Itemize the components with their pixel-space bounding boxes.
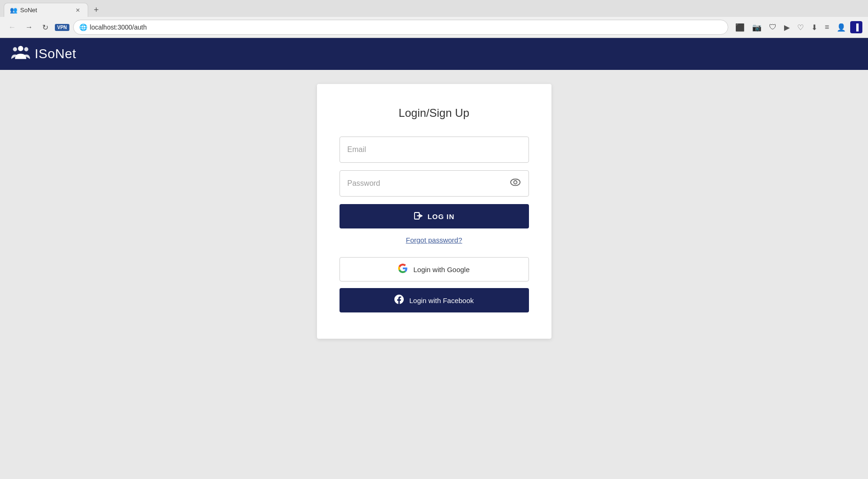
login-button[interactable]: LOG IN [340,204,529,228]
back-icon: ← [8,23,16,31]
screenshot-button[interactable]: 📷 [749,21,765,34]
shield-button[interactable]: 🛡 [766,21,780,34]
app-logo-text: ISoNet [35,46,76,61]
new-tab-button[interactable]: + [90,5,103,15]
svg-point-1 [13,47,17,52]
address-bar-container: 🌐 [73,20,728,35]
google-login-button[interactable]: Login with Google [340,257,529,281]
facebook-icon [394,295,404,306]
svg-point-0 [18,46,23,51]
hamburger-icon: ≡ [825,23,829,31]
users-icon [11,45,30,63]
email-form-group [340,137,529,163]
svg-point-2 [24,47,29,52]
play-button[interactable]: ▶ [781,21,793,34]
forgot-password-link[interactable]: Forgot password? [340,236,529,244]
facebook-button-label: Login with Facebook [409,297,474,304]
tab-bar: 👥 SoNet ✕ + [0,0,868,17]
svg-point-4 [513,181,517,184]
google-icon [398,264,408,275]
menu-button[interactable]: ≡ [822,21,832,34]
shield-icon: 🛡 [769,23,777,31]
login-button-label: LOG IN [428,213,455,220]
heart-icon: ♡ [797,23,804,32]
refresh-icon: ↻ [42,23,48,32]
login-card: Login/Sign Up [317,84,551,339]
facebook-login-button[interactable]: Login with Facebook [340,288,529,312]
download-button[interactable]: ⬇ [808,21,821,34]
password-input[interactable] [340,170,529,197]
nav-bar: ← → ↻ VPN 🌐 ⬛ 📷 🛡 ▶ ♡ [0,17,868,38]
login-icon [414,211,423,222]
nav-right-actions: ⬛ 📷 🛡 ▶ ♡ ⬇ ≡ 👤 ▐ [732,21,862,34]
tab-favicon: 👥 [10,7,17,14]
extensions-button[interactable]: ⬛ [732,21,748,34]
password-wrapper [340,170,529,197]
profile-icon: 👤 [837,23,846,32]
svg-point-3 [511,179,520,186]
app-logo: ISoNet [11,45,76,63]
eye-icon [510,179,521,188]
favorites-button[interactable]: ♡ [794,21,807,34]
download-icon: ⬇ [811,23,817,32]
profile-button[interactable]: 👤 [833,21,849,34]
forward-icon: → [25,23,33,31]
camera-icon: 📷 [752,23,762,32]
email-input[interactable] [340,137,529,163]
forward-button[interactable]: → [23,21,36,33]
active-tab[interactable]: 👥 SoNet ✕ [4,3,88,17]
browser-chrome: 👥 SoNet ✕ + ← → ↻ VPN 🌐 ⬛ 📷 [0,0,868,38]
app-header: ISoNet [0,38,868,70]
extensions-icon: ⬛ [735,23,745,32]
google-button-label: Login with Google [413,266,469,274]
sidebar-icon: ▐ [854,23,859,31]
globe-icon: 🌐 [79,23,87,31]
sidebar-toggle-button[interactable]: ▐ [850,21,862,33]
page-title: Login/Sign Up [340,106,529,120]
address-bar[interactable] [90,23,722,31]
vpn-badge: VPN [55,24,69,31]
back-button[interactable]: ← [6,21,19,33]
refresh-button[interactable]: ↻ [39,21,51,34]
play-icon: ▶ [784,23,790,32]
main-content: Login/Sign Up [0,70,868,479]
password-toggle-button[interactable] [508,177,522,190]
password-form-group [340,170,529,197]
tab-close-button[interactable]: ✕ [74,6,82,15]
tab-title: SoNet [20,7,37,14]
